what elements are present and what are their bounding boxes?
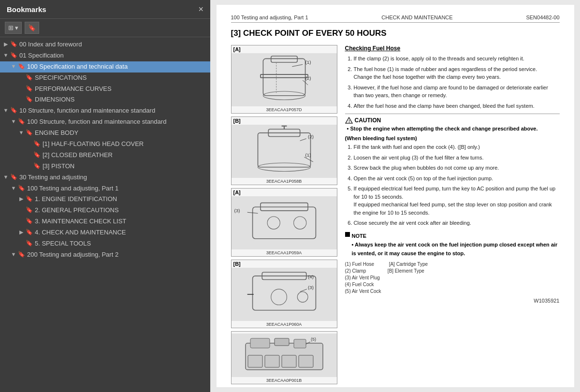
- sidebar-item-100test[interactable]: ▼ 🔖 100 Testing and adjusting, Part 1: [0, 183, 210, 194]
- sidebar-item-label: 10 Structure, function and maintenance s…: [19, 107, 210, 115]
- image-label-4: [B]: [232, 260, 337, 268]
- sidebar-item-general-precautions[interactable]: 🔖 2. GENERAL PRECAUTIONS: [0, 205, 210, 216]
- sidebar-item-label: SPECIFICATIONS: [35, 74, 210, 82]
- sidebar-item-maintenance-check-list[interactable]: 🔖 3. MAINTENANCE CHECK LIST: [0, 216, 210, 227]
- sidebar-item-200test[interactable]: ▼ 🔖 200 Testing and adjusting, Part 2: [0, 249, 210, 261]
- header-left: 100 Testing and adjusting, Part 1: [231, 15, 308, 20]
- toggle-icon: ▶: [2, 41, 10, 47]
- sidebar-item-label: 200 Testing and adjusting, Part 2: [27, 251, 210, 259]
- sidebar-item-label: 5. SPECIAL TOOLS: [35, 240, 210, 248]
- bookmark-icon: 🔖: [33, 151, 41, 158]
- sidebar-item-label: [1] HALF-FLOATING HEAD COVER: [43, 140, 210, 148]
- svg-rect-35: [275, 338, 289, 346]
- caution-box: ! CAUTION • Stop the engine when attempt…: [345, 114, 560, 131]
- sidebar-item-piston[interactable]: 🔖 [3] PISTON: [0, 161, 210, 172]
- toggle-icon: ▼: [2, 52, 10, 58]
- sidebar-item-10struct[interactable]: ▼ 🔖 10 Structure, function and maintenan…: [0, 105, 210, 116]
- image-caption-3: 3EEACAA1P059A: [232, 249, 337, 256]
- sidebar-item-dimensions[interactable]: 🔖 DIMENSIONS: [0, 94, 210, 105]
- image-caption-2: 3EEACAA1P058B: [232, 178, 337, 185]
- caution-label: CAUTION: [355, 117, 381, 124]
- sidebar: Bookmarks × ⊞▾ 🔖 ▶ 🔖 00 Index and forewo…: [0, 0, 210, 392]
- images-column: [A] (1) (2): [231, 45, 337, 385]
- sidebar-item-special-tools[interactable]: 🔖 5. SPECIAL TOOLS: [0, 238, 210, 249]
- svg-line-16: [304, 157, 313, 162]
- sidebar-tree[interactable]: ▶ 🔖 00 Index and foreword ▼ 🔖 01 Specifi…: [0, 37, 210, 392]
- header-center: CHECK AND MAINTENANCE: [381, 15, 452, 20]
- bookmark-icon: 🔖: [25, 85, 33, 92]
- bookmark-icon: 🔖: [10, 174, 17, 180]
- image-label-2: [B]: [232, 117, 337, 125]
- ref-list: (1) Fuel Hose [A] Cartridge Type (2) Cla…: [345, 261, 560, 295]
- svg-point-32: [297, 292, 308, 303]
- image-caption-1: 3EEACAA1P057D: [232, 106, 337, 113]
- sidebar-item-label: 1. ENGINE IDENTIFICATION: [35, 195, 210, 203]
- bookmark-icon: 🔖: [10, 107, 17, 114]
- bookmark-icon: 🔖: [33, 140, 41, 147]
- caution-triangle-icon: !: [345, 117, 353, 124]
- svg-rect-34: [250, 338, 270, 348]
- svg-rect-36: [294, 339, 306, 348]
- sidebar-item-100spec[interactable]: ▼ 🔖 100 Specification and technical data: [0, 61, 210, 73]
- image-box-4: (4) (3): [232, 268, 337, 321]
- sidebar-item-half-floating[interactable]: 🔖 [1] HALF-FLOATING HEAD COVER: [0, 139, 210, 150]
- toolbar-grid-button[interactable]: ⊞▾: [5, 22, 22, 34]
- main-content: 100 Testing and adjusting, Part 1 CHECK …: [210, 0, 580, 392]
- svg-rect-39: [282, 355, 296, 367]
- toggle-icon: ▼: [2, 174, 10, 180]
- ref-item-5: (5) Air Vent Cock: [345, 288, 560, 295]
- sidebar-item-label: ENGINE BODY: [35, 129, 210, 137]
- toggle-icon: ▼: [2, 107, 10, 113]
- svg-text:!: !: [348, 119, 350, 124]
- sidebar-item-label: PERFORMANCE CURVES: [35, 85, 210, 93]
- caution-text: • Stop the engine when attempting the ch…: [347, 126, 560, 131]
- svg-point-31: [271, 289, 287, 305]
- ref-item-1: (1) Fuel Hose [A] Cartridge Type: [345, 261, 560, 268]
- when-numbered-list: Fill the tank with fuel and open the coc…: [345, 143, 560, 227]
- image-box-3: (3): [232, 196, 337, 249]
- bookmark-icon: 🔖: [28, 24, 36, 31]
- sidebar-item-label: 3. MAINTENANCE CHECK LIST: [35, 218, 210, 226]
- toggle-icon: ▼: [10, 118, 17, 124]
- grid-icon: ⊞: [8, 24, 14, 31]
- sidebar-item-100struct[interactable]: ▼ 🔖 100 Structure, function and maintena…: [0, 116, 210, 128]
- svg-rect-10: [258, 133, 310, 167]
- svg-point-23: [267, 217, 280, 229]
- svg-text:(3): (3): [308, 285, 314, 290]
- sidebar-item-engine-identification[interactable]: ▶ 🔖 1. ENGINE IDENTIFICATION: [0, 194, 210, 205]
- when-section: (When bleeding fuel system) Fill the tan…: [345, 135, 560, 227]
- ref-item-3: (3) Air Vent Plug: [345, 275, 560, 281]
- sidebar-item-00[interactable]: ▶ 🔖 00 Index and foreword: [0, 39, 210, 50]
- bookmark-icon: 🔖: [25, 206, 33, 213]
- list-item-4: After the fuel hose and the clamp have b…: [354, 102, 560, 110]
- sidebar-item-label: 100 Specification and technical data: [27, 63, 210, 71]
- sidebar-item-engine-body[interactable]: ▼ 🔖 ENGINE BODY: [0, 128, 210, 139]
- svg-text:(2): (2): [308, 134, 314, 139]
- toggle-icon: ▼: [10, 185, 17, 191]
- when-item-3: Screw back the plug when bubbles do not …: [354, 164, 560, 172]
- sidebar-item-closed-breather[interactable]: 🔖 [2] CLOSED BREATHER: [0, 150, 210, 161]
- sidebar-item-performance-curves[interactable]: 🔖 PERFORMANCE CURVES: [0, 84, 210, 95]
- note-text: • Always keep the air vent cock on the f…: [352, 242, 558, 256]
- bookmark-icon: 🔖: [17, 118, 25, 125]
- sidebar-item-30test[interactable]: ▼ 🔖 30 Testing and adjusting: [0, 172, 210, 183]
- svg-rect-40: [299, 355, 313, 367]
- svg-rect-9: [260, 74, 307, 78]
- toolbar-bookmark-button[interactable]: 🔖: [25, 22, 39, 34]
- image-block-4: [B] (4) (3): [231, 260, 337, 328]
- when-title: (When bleeding fuel system): [345, 135, 560, 141]
- sidebar-item-label: 4. CHECK AND MAINTENANCE: [35, 229, 210, 237]
- sidebar-item-01[interactable]: ▼ 🔖 01 Specification: [0, 50, 210, 61]
- svg-rect-38: [265, 355, 279, 367]
- checking-fuel-hose-heading: Checking Fuel Hose: [345, 45, 560, 52]
- svg-text:(3): (3): [234, 208, 240, 213]
- header-right: SEN04482-00: [526, 15, 559, 20]
- image-box-1: (1) (2): [232, 53, 337, 106]
- content-area: [A] (1) (2): [231, 45, 560, 385]
- svg-text:(4): (4): [308, 274, 314, 279]
- sidebar-item-specifications[interactable]: 🔖 SPECIFICATIONS: [0, 73, 210, 84]
- sidebar-item-label: DIMENSIONS: [35, 96, 210, 104]
- bookmark-icon: 🔖: [17, 251, 25, 258]
- sidebar-item-check-maintenance[interactable]: ▶ 🔖 4. CHECK AND MAINTENANCE: [0, 227, 210, 238]
- close-button[interactable]: ×: [198, 5, 203, 14]
